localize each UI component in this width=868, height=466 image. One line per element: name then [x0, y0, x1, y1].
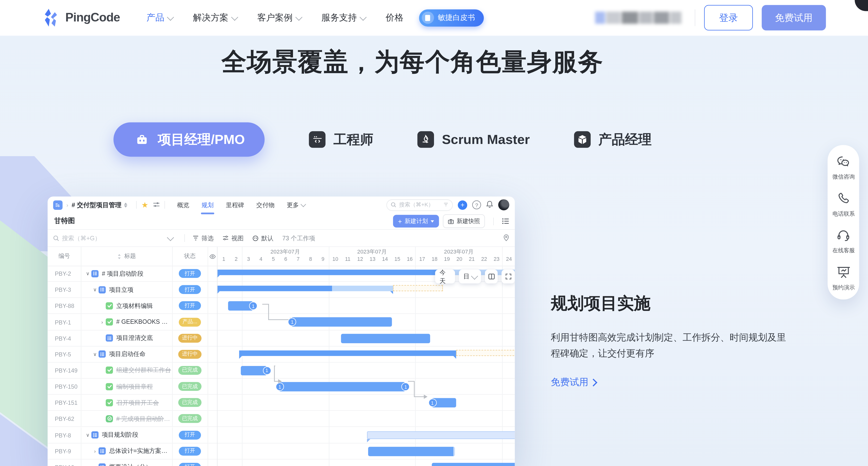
gantt-row: [217, 346, 515, 362]
gantt-row: 11: [217, 379, 515, 394]
workitem-count: 73 个工作项: [282, 234, 315, 242]
gantt-row: 1: [217, 314, 515, 330]
gantt-search-placeholder: 搜索（⌘+G）: [62, 234, 101, 242]
whitepaper-badge[interactable]: 敏捷白皮书: [419, 9, 484, 26]
row-id: PBY-149: [48, 363, 81, 378]
row-status-cell: 产品...: [172, 314, 208, 330]
row-id: PBY-4: [48, 330, 81, 346]
filter-icon: [193, 235, 199, 241]
table-row-PBY-1: PBY-1›# GEEKBOOKS 极...产品...1: [48, 314, 515, 330]
app-tab-3: 交付物: [256, 201, 275, 209]
logo-text: PingCode: [65, 10, 120, 25]
contact-label: 微信咨询: [832, 173, 855, 181]
day-tick: 20: [453, 256, 465, 262]
bell-icon: [486, 200, 493, 209]
day-tick: 1: [218, 256, 230, 262]
row-status-cell: 已完成: [172, 363, 208, 378]
row-id: PBY-9: [48, 443, 81, 459]
pingcode-logo[interactable]: PingCode: [44, 8, 120, 27]
chevron-down-icon: [359, 13, 366, 21]
gantt-bar: [368, 446, 455, 456]
gantt-row: [217, 427, 515, 443]
nav-item-0[interactable]: 产品: [147, 12, 172, 24]
project-name: # 交付型项目管理: [71, 201, 121, 209]
login-button[interactable]: 登录: [704, 5, 753, 30]
dependency-badge: 1: [428, 399, 436, 407]
nav-item-3[interactable]: 服务支持: [321, 12, 365, 24]
default-label: 默认: [261, 234, 274, 242]
gantt-summary-bar: [217, 286, 332, 291]
row-status-cell: 打开: [172, 443, 208, 459]
day-tick: 6: [280, 256, 292, 262]
nav-item-2[interactable]: 客户案例: [257, 12, 300, 24]
milestone-icon: [105, 415, 113, 422]
feature-cta-link[interactable]: 免费试用: [551, 376, 596, 389]
status-badge: 打开: [179, 269, 201, 278]
persona-tab-3[interactable]: 产品经理: [574, 131, 652, 149]
gantt-row: 1: [217, 395, 515, 410]
day-tick: 16: [403, 256, 416, 262]
split-columns-icon: [488, 274, 495, 280]
day-tick: 7: [292, 256, 305, 262]
view-list-icon: [502, 218, 509, 224]
chevron-down-icon: ∨: [91, 351, 98, 357]
gantt-mini-toolbar: 今天 日: [435, 270, 515, 283]
gantt-summary-bar: [217, 270, 446, 275]
contact-item-3[interactable]: 预约演示: [828, 266, 859, 291]
briefcase-icon: [133, 131, 150, 148]
gantt-row: [217, 411, 515, 427]
page: PingCode 产品解决方案客户案例服务支持价格 敏捷白皮书 登录 免费试用 …: [0, 0, 868, 466]
row-status-cell: 已完成: [172, 379, 208, 394]
row-title-cell: ∨项目立项: [81, 282, 172, 298]
camera-icon: [448, 218, 454, 224]
new-plan-label: 新建计划: [405, 217, 428, 225]
free-trial-button[interactable]: 免费试用: [762, 5, 826, 30]
new-snapshot-label: 新建快照: [457, 217, 480, 225]
nav-divider: [695, 9, 695, 26]
gantt-row: 1: [217, 298, 515, 313]
nav-item-4[interactable]: 价格: [386, 12, 403, 24]
location-pin-icon: [503, 234, 509, 242]
fullscreen-button: [502, 270, 515, 283]
contact-item-0[interactable]: 微信咨询: [828, 156, 859, 181]
view-header: 甘特图 +新建计划 新建快照: [48, 213, 515, 230]
app-topbar: › # 交付型项目管理 ★ 概览规划里程碑交付物更多 搜索（⌘+K） + ?: [48, 197, 515, 213]
row-id: PBY-62: [48, 411, 81, 427]
chevron-down-icon: [295, 13, 302, 21]
row-id: PBY-2: [48, 266, 81, 281]
presentation-icon: [837, 266, 850, 281]
contact-item-2[interactable]: 在线客服: [828, 230, 859, 255]
nav-item-1[interactable]: 解决方案: [193, 12, 236, 24]
row-id: PBY-5: [48, 346, 81, 362]
feature-title: 规划项目实施: [551, 292, 794, 315]
split-view-button: [485, 270, 498, 283]
table-row-PBY-151: PBY-151召开项目开工会已完成1: [48, 395, 515, 411]
chevron-right-icon: ›: [98, 319, 105, 325]
contact-item-1[interactable]: 电话联系: [828, 193, 859, 218]
persona-tab-2[interactable]: Scrum Master: [417, 131, 530, 148]
phone-number-blurred: [595, 12, 681, 24]
row-status-cell: 进行中: [172, 330, 208, 346]
book-icon: [422, 12, 434, 24]
persona-tab-0[interactable]: 项目经理/PMO: [114, 122, 265, 157]
status-badge: 进行中: [178, 350, 202, 359]
row-title-cell: ∨项目规划阶段: [81, 427, 172, 443]
table-row-PBY-150: PBY-150编制项目章程已完成11: [48, 379, 515, 395]
page-title: 全场景覆盖，为每个角色量身服务: [0, 45, 825, 79]
project-switch-icon: [124, 202, 128, 207]
status-badge: 打开: [179, 447, 201, 456]
app-tab-bar: 概览规划里程碑交付物更多: [177, 201, 305, 209]
row-title-cell: ›总体设计=实施方案（...: [81, 443, 172, 459]
gantt-forecast-bar: [393, 285, 442, 291]
row-title: # 项目启动阶段: [102, 269, 144, 278]
status-badge: 已完成: [178, 382, 202, 391]
day-tick: 3: [242, 256, 255, 262]
new-snapshot-button: 新建快照: [443, 214, 485, 228]
day-tick: 9: [317, 256, 329, 262]
search-icon: [53, 235, 59, 241]
cube-icon: [574, 131, 591, 148]
check-icon: [105, 318, 113, 325]
chevron-down-icon: [167, 13, 174, 21]
day-tick: 13: [366, 256, 379, 262]
persona-tab-1[interactable]: 工程师: [309, 131, 373, 149]
